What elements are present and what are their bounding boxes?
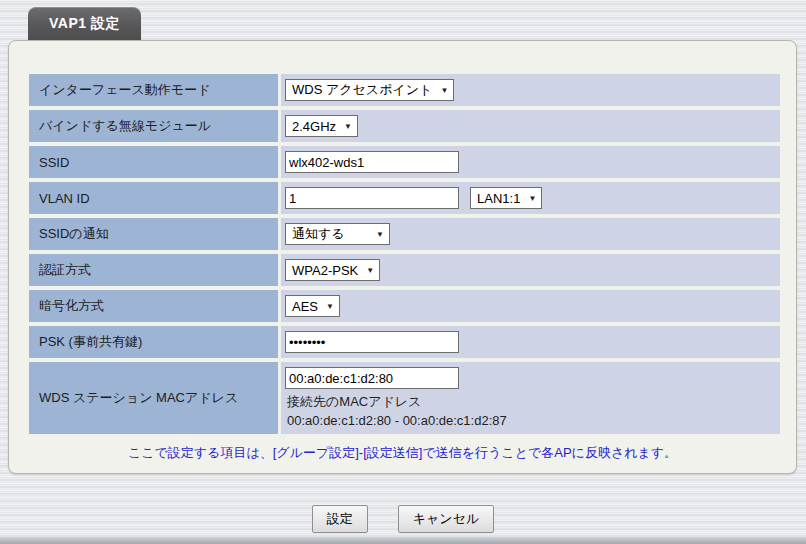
table-row-vlan-id: VLAN ID LAN1:1 ▼: [29, 182, 780, 214]
row-label: VLAN ID: [29, 182, 278, 214]
table-row-wireless-module: バインドする無線モジュール 2.4GHz ▼: [29, 110, 780, 142]
table-row-auth-method: 認証方式 WPA2-PSK ▼: [29, 254, 780, 286]
wireless-module-select[interactable]: 2.4GHz ▼: [285, 115, 358, 137]
psk-input[interactable]: [285, 331, 459, 353]
cancel-button[interactable]: キャンセル: [398, 505, 495, 533]
submit-button[interactable]: 設定: [312, 505, 368, 533]
table-row-interface-mode: インターフェース動作モード WDS アクセスポイント ▼: [29, 74, 780, 106]
row-label: SSID: [29, 146, 278, 178]
apply-note: ここで設定する項目は、[グループ設定]-[設定送信]で送信を行うことで各APに反…: [9, 444, 796, 462]
row-label: バインドする無線モジュール: [29, 110, 278, 142]
auth-method-select[interactable]: WPA2-PSK ▼: [285, 259, 380, 281]
chevron-down-icon: ▼: [344, 122, 352, 131]
table-row-psk: PSK (事前共有鍵): [29, 326, 780, 358]
selected-value: WPA2-PSK: [292, 263, 358, 278]
selected-value: LAN1:1: [477, 191, 520, 206]
row-label: インターフェース動作モード: [29, 74, 278, 106]
encryption-select[interactable]: AES ▼: [285, 295, 340, 317]
row-label: 認証方式: [29, 254, 278, 286]
row-label: WDS ステーション MACアドレス: [29, 362, 278, 434]
row-label: 暗号化方式: [29, 290, 278, 322]
ssid-input[interactable]: [285, 151, 459, 173]
mac-helper-text: 接続先のMACアドレス: [285, 394, 774, 410]
table-row-ssid: SSID: [29, 146, 780, 178]
vlan-id-input[interactable]: [285, 187, 459, 209]
settings-table: インターフェース動作モード WDS アクセスポイント ▼ バインドする無線モジュ…: [29, 74, 780, 438]
selected-value: 通知する: [292, 225, 345, 243]
table-row-ssid-broadcast: SSIDの通知 通知する ▼: [29, 218, 780, 250]
settings-panel: インターフェース動作モード WDS アクセスポイント ▼ バインドする無線モジュ…: [8, 40, 797, 474]
selected-value: WDS アクセスポイント: [292, 81, 432, 99]
selected-value: AES: [292, 299, 318, 314]
tab-title: VAP1 設定: [49, 15, 120, 33]
vlan-lan-select[interactable]: LAN1:1 ▼: [470, 187, 542, 209]
ssid-broadcast-select[interactable]: 通知する ▼: [285, 223, 390, 245]
table-row-wds-mac: WDS ステーション MACアドレス 接続先のMACアドレス 00:a0:de:…: [29, 362, 780, 434]
chevron-down-icon: ▼: [376, 230, 384, 239]
interface-mode-select[interactable]: WDS アクセスポイント ▼: [285, 79, 454, 101]
chevron-down-icon: ▼: [366, 266, 374, 275]
tab-vap1-settings[interactable]: VAP1 設定: [28, 7, 141, 40]
row-label: PSK (事前共有鍵): [29, 326, 278, 358]
table-row-encryption: 暗号化方式 AES ▼: [29, 290, 780, 322]
wds-mac-input[interactable]: [285, 367, 459, 389]
chevron-down-icon: ▼: [528, 194, 536, 203]
button-bar: 設定 キャンセル: [0, 505, 806, 533]
selected-value: 2.4GHz: [292, 119, 336, 134]
row-label: SSIDの通知: [29, 218, 278, 250]
chevron-down-icon: ▼: [440, 86, 448, 95]
bottom-edge-bar: [0, 537, 806, 544]
chevron-down-icon: ▼: [326, 302, 334, 311]
mac-range-text: 00:a0:de:c1:d2:80 - 00:a0:de:c1:d2:87: [285, 413, 774, 429]
